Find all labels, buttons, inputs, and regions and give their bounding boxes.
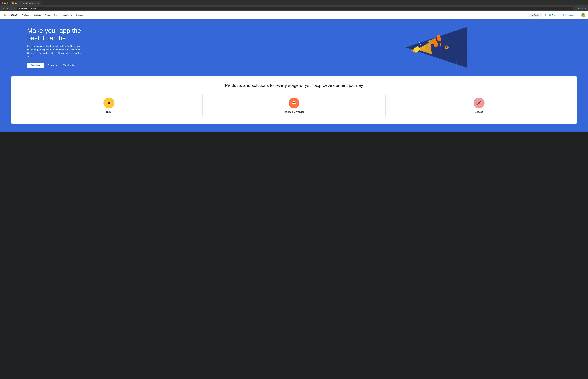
hero-description: Firebase is an app development platform … xyxy=(27,45,84,58)
language-label: English xyxy=(552,14,558,16)
build-icon-circle: <> xyxy=(104,97,114,108)
docs-chevron-icon: ▾ xyxy=(59,14,59,16)
svg-point-24 xyxy=(294,102,294,103)
engage-label: Engage xyxy=(475,111,483,113)
hero-section: Make your app the best it can be Firebas… xyxy=(0,19,588,76)
products-section-title: Products and solutions for every stage o… xyxy=(17,83,571,88)
release-monitor-label: Release & Monitor xyxy=(284,111,304,113)
community-label: Community xyxy=(62,14,72,16)
svg-marker-0 xyxy=(406,27,467,68)
firebase-logo[interactable]: Firebase xyxy=(3,13,17,17)
firebase-flame-icon xyxy=(3,13,6,17)
release-monitor-product-card[interactable]: Release & Monitor xyxy=(202,94,386,117)
hero-actions: Get started Try demo Watch video xyxy=(27,63,92,68)
browser-chrome: 🔥 Firebase | Google's Mobile a... ✕ + ← … xyxy=(0,0,588,11)
engage-icon-circle xyxy=(474,97,484,108)
products-card: Products and solutions for every stage o… xyxy=(11,76,577,124)
community-chevron-icon: ▾ xyxy=(72,14,73,16)
svg-point-15 xyxy=(419,42,420,43)
address-bar-row: ← → ↻ ⌂ 🔒 firebase.google.com ☆ 🧩 👤 ⋮ xyxy=(0,5,588,11)
close-window-button[interactable] xyxy=(2,2,3,4)
rocket-icon xyxy=(291,100,297,106)
products-grid: <> Build xyxy=(17,94,571,117)
more-options-button[interactable]: ⋮ xyxy=(577,14,580,16)
build-product-card[interactable]: <> Build xyxy=(17,94,200,117)
user-avatar[interactable] xyxy=(582,13,585,17)
fullscreen-window-button[interactable] xyxy=(6,2,8,4)
search-label: Search xyxy=(534,14,540,16)
solutions-label: Solutions xyxy=(33,14,41,16)
search-box[interactable]: 🔍 Search xyxy=(529,13,542,17)
tab-favicon: 🔥 xyxy=(12,2,14,4)
products-chevron-icon: ▾ xyxy=(30,14,30,16)
extension-icon[interactable]: 🧩 xyxy=(578,7,580,10)
browser-tab[interactable]: 🔥 Firebase | Google's Mobile a... ✕ xyxy=(10,1,41,5)
nav-item-community[interactable]: Community ▾ xyxy=(61,13,75,17)
try-demo-button[interactable]: Try demo xyxy=(47,63,57,68)
svg-marker-26 xyxy=(292,103,293,104)
address-bar[interactable]: 🔒 firebase.google.com xyxy=(17,6,573,10)
watch-video-button[interactable]: Watch video xyxy=(63,63,76,68)
svg-rect-17 xyxy=(447,46,447,47)
go-to-console-button[interactable]: Go to console xyxy=(561,13,576,17)
language-chevron-icon: ▾ xyxy=(558,14,559,16)
nav-item-support[interactable]: Support xyxy=(75,13,84,17)
chart-icon xyxy=(476,100,482,106)
nav-item-docs[interactable]: Docs ▾ xyxy=(52,13,61,17)
nav-right: 🔍 Search ☀ 🌐 English ▾ Go to console ⋮ xyxy=(529,13,585,17)
pricing-label: Pricing xyxy=(45,14,50,16)
code-icon: <> xyxy=(106,100,112,106)
svg-point-13 xyxy=(420,44,421,45)
refresh-button[interactable]: ↻ xyxy=(10,7,13,10)
svg-marker-27 xyxy=(295,103,296,104)
url-text: firebase.google.com xyxy=(21,7,35,9)
more-options-icon[interactable]: ⋮ xyxy=(585,7,586,10)
tab-bar: 🔥 Firebase | Google's Mobile a... ✕ + xyxy=(0,0,588,5)
minimize-window-button[interactable] xyxy=(4,2,6,4)
support-label: Support xyxy=(76,14,83,16)
svg-marker-25 xyxy=(293,104,295,105)
tab-close-button[interactable]: ✕ xyxy=(37,2,39,4)
tab-title: Firebase | Google's Mobile a... xyxy=(14,2,36,4)
engage-product-card[interactable]: Engage xyxy=(388,94,571,117)
products-section: Products and solutions for every stage o… xyxy=(0,76,588,132)
hero-illustration-svg xyxy=(264,19,588,76)
theme-toggle-button[interactable]: ☀ xyxy=(543,13,547,17)
products-label: Products xyxy=(22,14,29,16)
svg-text:<>: <> xyxy=(107,101,111,105)
back-button[interactable]: ← xyxy=(2,7,5,10)
lock-icon: 🔒 xyxy=(18,8,20,9)
search-icon: 🔍 xyxy=(531,14,533,16)
globe-icon: 🌐 xyxy=(549,14,551,16)
svg-point-18 xyxy=(447,47,447,48)
nav-links: Products ▾ Solutions Pricing Docs ▾ Comm… xyxy=(20,13,529,17)
bookmark-icon[interactable]: ☆ xyxy=(574,7,576,10)
nav-item-solutions[interactable]: Solutions xyxy=(32,13,43,17)
nav-item-pricing[interactable]: Pricing xyxy=(43,13,52,17)
svg-point-14 xyxy=(423,47,423,47)
build-label: Build xyxy=(106,111,112,113)
hero-illustration xyxy=(264,19,588,76)
svg-rect-19 xyxy=(440,43,441,47)
hero-content: Make your app the best it can be Firebas… xyxy=(27,27,92,68)
forward-button[interactable]: → xyxy=(6,7,9,10)
firebase-wordmark: Firebase xyxy=(8,14,17,16)
release-icon-circle xyxy=(289,97,299,108)
hero-title: Make your app the best it can be xyxy=(27,27,92,42)
docs-label: Docs xyxy=(54,14,58,16)
firebase-nav: Firebase Products ▾ Solutions Pricing Do… xyxy=(0,11,588,19)
browser-toolbar-right: ☆ 🧩 👤 ⋮ xyxy=(574,7,586,10)
new-tab-button[interactable]: + xyxy=(42,2,45,5)
language-selector[interactable]: 🌐 English ▾ xyxy=(549,14,559,16)
profile-icon[interactable]: 👤 xyxy=(581,7,583,10)
get-started-button[interactable]: Get started xyxy=(27,63,44,68)
traffic-lights xyxy=(2,2,8,4)
nav-item-products[interactable]: Products ▾ xyxy=(20,13,31,17)
home-button[interactable]: ⌂ xyxy=(14,7,16,10)
